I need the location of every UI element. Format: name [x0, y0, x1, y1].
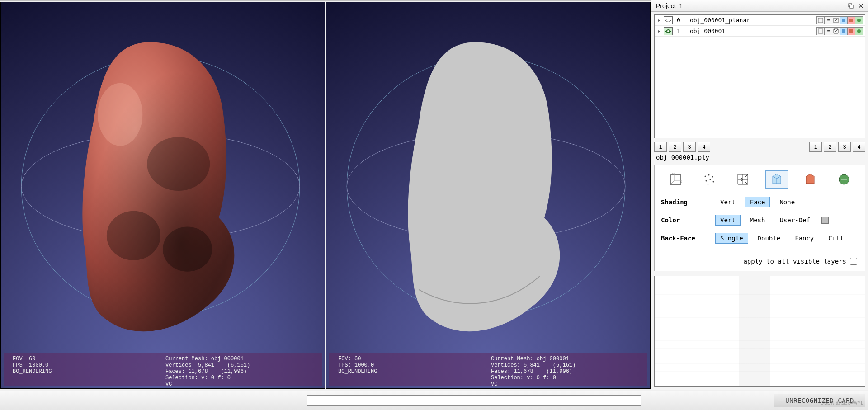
shading-label: Shading — [661, 198, 715, 206]
visibility-toggle[interactable] — [664, 27, 673, 35]
bbox-toggle-icon[interactable] — [816, 16, 825, 24]
sel-toggle-icon[interactable] — [855, 16, 863, 24]
split-buttons-row: 1 2 3 4 1 2 3 4 — [651, 140, 868, 153]
split-btn-l4[interactable]: 4 — [698, 142, 710, 152]
svg-point-22 — [704, 176, 706, 177]
svg-rect-19 — [849, 29, 853, 33]
fill-toggle-icon[interactable] — [840, 27, 848, 35]
svg-rect-17 — [818, 29, 823, 33]
info-left-col1: FOV: 60 FPS: 1000.0 BO_RENDERING — [13, 356, 165, 384]
layer-list[interactable]: ▸ 0 obj_000001_planar ┅ ▸ — [654, 14, 865, 138]
color-userdef[interactable]: User-Def — [774, 215, 815, 226]
texture-log-area[interactable] — [654, 276, 865, 387]
shading-none[interactable]: None — [774, 197, 800, 207]
backface-label: Back-Face — [661, 235, 715, 242]
layer-row[interactable]: ▸ 0 obj_000001_planar ┅ — [655, 15, 865, 26]
split-btn-r2[interactable]: 2 — [824, 142, 836, 152]
bbox-toggle-icon[interactable] — [816, 27, 825, 35]
expand-icon[interactable]: ▸ — [656, 18, 662, 23]
info-left-col2: Current Mesh: obj_000001 Vertices: 5,841… — [165, 356, 318, 384]
mode-tex-icon[interactable] — [798, 170, 822, 189]
svg-point-26 — [709, 179, 711, 180]
layer-index: 1 — [675, 28, 683, 34]
wire-toggle-icon[interactable] — [832, 16, 840, 24]
bottom-input[interactable] — [307, 395, 641, 406]
info-right-col1: FOV: 60 FPS: 1000.0 BO_RENDERING — [338, 356, 491, 384]
viewport-left-scene — [1, 2, 325, 388]
sel-toggle-icon[interactable] — [855, 27, 863, 35]
viewport-left-infobar: FOV: 60 FPS: 1000.0 BO_RENDERING Current… — [4, 353, 322, 386]
layer-index: 0 — [675, 17, 683, 24]
svg-point-5 — [163, 227, 212, 272]
viewport-right[interactable]: FOV: 60 FPS: 1000.0 BO_RENDERING Current… — [326, 2, 651, 389]
tex-toggle-icon[interactable] — [847, 27, 855, 35]
split-btn-l1[interactable]: 1 — [654, 142, 667, 152]
mode-points-icon[interactable] — [698, 170, 721, 189]
split-btn-r4[interactable]: 4 — [853, 142, 865, 152]
color-mesh[interactable]: Mesh — [745, 215, 770, 226]
mode-flat-icon[interactable] — [765, 170, 788, 189]
points-toggle-icon[interactable]: ┅ — [824, 27, 832, 35]
svg-rect-13 — [842, 19, 845, 22]
svg-rect-11 — [850, 5, 853, 8]
split-btn-l2[interactable]: 2 — [669, 142, 681, 152]
info-right-col2: Current Mesh: obj_000001 Vertices: 5,841… — [491, 356, 644, 384]
svg-point-6 — [98, 83, 142, 146]
layer-toggle-group: ┅ — [817, 27, 863, 35]
svg-point-25 — [705, 180, 707, 182]
wire-toggle-icon[interactable] — [832, 27, 840, 35]
bottom-bar: UNRECOGNIZED CARD CSDN @SEU-WYL — [0, 391, 868, 410]
svg-point-15 — [857, 19, 861, 22]
expand-icon[interactable]: ▸ — [656, 28, 662, 34]
mode-sel-icon[interactable] — [832, 170, 856, 189]
shading-vert[interactable]: Vert — [715, 197, 741, 207]
svg-rect-18 — [842, 29, 845, 33]
split-btn-l3[interactable]: 3 — [683, 142, 696, 152]
svg-rect-14 — [849, 19, 853, 22]
svg-point-23 — [708, 174, 709, 176]
render-options-card: Shading Vert Face None Color Vert Mesh U… — [654, 165, 865, 271]
panel-float-icon[interactable] — [846, 2, 855, 10]
status-text: UNRECOGNIZED CARD — [785, 397, 854, 404]
layer-name: obj_000001_planar — [684, 17, 815, 24]
svg-point-24 — [712, 176, 713, 178]
svg-point-27 — [712, 181, 714, 183]
mode-bbox-icon[interactable] — [664, 170, 687, 189]
apply-row: apply to all visible layers — [659, 247, 860, 268]
mode-wire-icon[interactable] — [731, 170, 755, 189]
color-vert[interactable]: Vert — [715, 215, 741, 226]
app-root: FOV: 60 FPS: 1000.0 BO_RENDERING Current… — [0, 0, 868, 410]
panel-close-icon[interactable] — [856, 2, 865, 10]
color-row: Color Vert Mesh User-Def — [659, 211, 860, 229]
backface-fancy[interactable]: Fancy — [790, 233, 819, 244]
panel-title: Project_1 — [656, 2, 683, 9]
shading-row: Shading Vert Face None — [659, 193, 860, 211]
svg-point-20 — [857, 29, 861, 33]
svg-point-16 — [667, 30, 669, 32]
viewport-left[interactable]: FOV: 60 FPS: 1000.0 BO_RENDERING Current… — [0, 2, 325, 389]
points-toggle-icon[interactable]: ┅ — [824, 16, 832, 24]
apply-label: apply to all visible layers — [743, 258, 846, 265]
status-button[interactable]: UNRECOGNIZED CARD — [774, 394, 865, 407]
layer-row[interactable]: ▸ 1 obj_000001 ┅ — [655, 26, 865, 37]
panel-titlebar[interactable]: Project_1 — [651, 0, 868, 12]
render-mode-tabs — [659, 168, 860, 193]
visibility-toggle[interactable] — [664, 16, 673, 24]
backface-cull[interactable]: Cull — [823, 233, 849, 244]
svg-point-4 — [107, 211, 160, 260]
shading-face[interactable]: Face — [745, 197, 770, 207]
svg-point-3 — [147, 137, 210, 191]
split-btn-r3[interactable]: 3 — [838, 142, 851, 152]
backface-single[interactable]: Single — [715, 233, 748, 244]
backface-double[interactable]: Double — [753, 233, 786, 244]
apply-checkbox[interactable] — [850, 258, 857, 265]
layer-toggle-group: ┅ — [817, 16, 863, 24]
tex-toggle-icon[interactable] — [847, 16, 855, 24]
split-btn-r1[interactable]: 1 — [809, 142, 822, 152]
fill-toggle-icon[interactable] — [840, 16, 848, 24]
user-color-swatch[interactable] — [821, 217, 829, 224]
backface-row: Back-Face Single Double Fancy Cull — [659, 229, 860, 247]
viewport-right-infobar: FOV: 60 FPS: 1000.0 BO_RENDERING Current… — [329, 353, 647, 386]
current-mesh-label: obj_000001.ply — [651, 153, 868, 165]
color-label: Color — [661, 217, 715, 224]
